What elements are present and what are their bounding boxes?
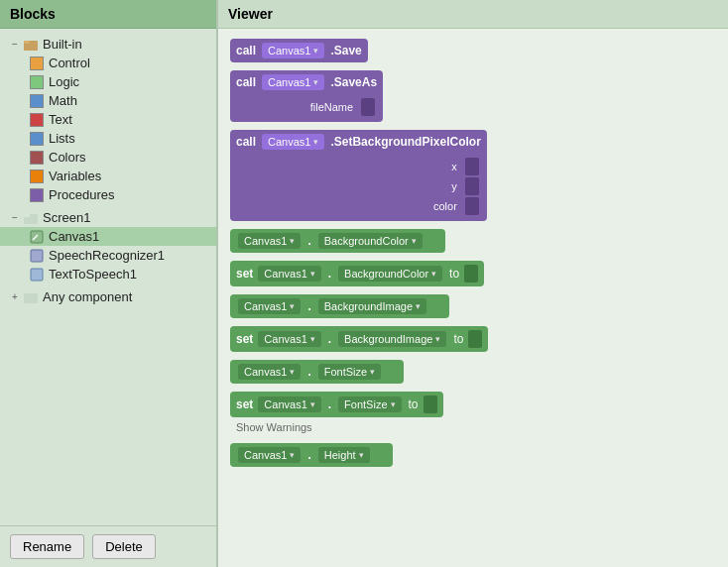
show-warnings-button[interactable]: Show Warnings xyxy=(232,419,316,435)
set-fontsize-block[interactable]: set Canvas1▾ . FontSize▾ to xyxy=(230,392,443,417)
block-call-save: call Canvas1▾ .Save xyxy=(230,39,716,62)
texttospeech1-label: TextToSpeech1 xyxy=(49,267,137,282)
svg-rect-1 xyxy=(24,41,30,44)
logic-label: Logic xyxy=(49,74,79,89)
bgimage-set-property-dropdown[interactable]: BackgroundImage▾ xyxy=(338,331,446,347)
any-component-toggle[interactable]: + Any component xyxy=(0,287,216,306)
canvas1-dropdown-setbgimage[interactable]: Canvas1▾ xyxy=(258,331,320,347)
call-label-save: call xyxy=(236,44,256,57)
screen1-toggle[interactable]: − Screen1 xyxy=(0,208,216,227)
canvas1-dropdown-save[interactable]: Canvas1▾ xyxy=(262,43,324,58)
control-color xyxy=(30,57,44,70)
folder-icon xyxy=(24,38,38,52)
viewer-panel: Viewer call Canvas1▾ .Save call Canvas1▾… xyxy=(218,0,728,567)
bgimage-to-slot xyxy=(468,330,482,348)
fontsize-property-dropdown[interactable]: FontSize▾ xyxy=(318,364,381,380)
dot-setfontsize: . xyxy=(328,397,331,411)
block-set-bgcolor: set Canvas1▾ . BackgroundColor▾ to xyxy=(230,261,716,286)
bgimage-property-dropdown[interactable]: BackgroundImage▾ xyxy=(318,298,426,314)
bgcolor-to-slot xyxy=(464,265,478,283)
call-label-setbgpixel: call xyxy=(236,135,256,149)
call-label-saveas: call xyxy=(236,75,256,89)
control-label: Control xyxy=(49,56,90,70)
prop-connector-getfontsize xyxy=(388,364,398,380)
x-param-label: x xyxy=(451,161,457,172)
height-property-dropdown[interactable]: Height▾ xyxy=(318,447,370,463)
any-component-folder-icon xyxy=(24,290,38,304)
fontsize-to-slot xyxy=(424,396,437,413)
sidebar-item-math[interactable]: Math xyxy=(0,91,216,110)
fontsize-set-property-dropdown[interactable]: FontSize▾ xyxy=(338,397,401,412)
text-label: Text xyxy=(49,112,72,127)
dot-getheight: . xyxy=(307,448,310,462)
any-component-section: + Any component xyxy=(0,285,216,308)
sidebar-item-procedures[interactable]: Procedures xyxy=(0,185,216,204)
call-save-block[interactable]: call Canvas1▾ .Save xyxy=(230,39,368,62)
block-set-fontsize: set Canvas1▾ . FontSize▾ to Show Warning… xyxy=(230,392,716,435)
built-in-section: − Built-in Control Logic Math Text xyxy=(0,33,216,206)
delete-button[interactable]: Delete xyxy=(92,534,156,559)
sidebar-item-text[interactable]: Text xyxy=(0,110,216,129)
y-param-label: y xyxy=(451,180,457,192)
call-setbgpixel-block[interactable]: call Canvas1▾ .SetBackgroundPixelColor x… xyxy=(230,130,487,221)
sidebar-item-texttospeech1[interactable]: TextToSpeech1 xyxy=(0,265,216,284)
call-saveas-block[interactable]: call Canvas1▾ .SaveAs fileName xyxy=(230,70,383,122)
blocks-footer: Rename Delete xyxy=(0,525,216,567)
block-get-bgcolor: Canvas1▾ . BackgroundColor▾ xyxy=(230,229,716,253)
block-get-height: Canvas1▾ . Height▾ xyxy=(230,443,716,467)
set-label-bgimage: set xyxy=(236,332,253,346)
set-label-bgcolor: set xyxy=(236,267,253,281)
x-slot xyxy=(465,158,479,175)
canvas1-dropdown-setfontsize[interactable]: Canvas1▾ xyxy=(258,397,320,412)
get-bgimage-block[interactable]: Canvas1▾ . BackgroundImage▾ xyxy=(230,294,449,318)
sidebar-item-speechrecognizer1[interactable]: SpeechRecognizer1 xyxy=(0,246,216,265)
canvas1-icon xyxy=(30,230,44,244)
set-bgimage-block[interactable]: set Canvas1▾ . BackgroundImage▾ to xyxy=(230,326,488,352)
prop-connector-getbgcolor xyxy=(429,233,439,249)
sidebar-item-control[interactable]: Control xyxy=(0,54,216,72)
get-fontsize-block[interactable]: Canvas1▾ . FontSize▾ xyxy=(230,360,404,384)
svg-rect-8 xyxy=(24,293,38,303)
canvas1-dropdown-setbgpixel[interactable]: Canvas1▾ xyxy=(262,134,324,150)
dot-setbgimage: . xyxy=(328,332,331,346)
built-in-collapse-icon: − xyxy=(8,38,22,52)
sidebar-item-variables[interactable]: Variables xyxy=(0,167,216,185)
canvas1-dropdown-getbgcolor[interactable]: Canvas1▾ xyxy=(238,233,301,249)
sidebar-item-colors[interactable]: Colors xyxy=(0,148,216,167)
text-color xyxy=(30,113,44,127)
canvas1-dropdown-setbgcolor[interactable]: Canvas1▾ xyxy=(258,266,320,282)
screen1-section: − Screen1 Canvas1 SpeechRecognizer1 Text… xyxy=(0,206,216,285)
dot-getfontsize: . xyxy=(307,365,310,379)
viewer-header: Viewer xyxy=(218,0,728,29)
lists-label: Lists xyxy=(49,131,75,146)
color-param-label: color xyxy=(433,200,457,212)
canvas1-dropdown-saveas[interactable]: Canvas1▾ xyxy=(262,74,324,90)
setbgpixel-method-label: .SetBackgroundPixelColor xyxy=(330,135,480,149)
built-in-toggle[interactable]: − Built-in xyxy=(0,35,216,54)
y-slot xyxy=(465,177,479,195)
lists-color xyxy=(30,132,44,146)
bgcolor-set-property-dropdown[interactable]: BackgroundColor▾ xyxy=(338,266,442,282)
variables-color xyxy=(30,170,44,183)
procedures-color xyxy=(30,188,44,202)
prop-connector-getheight xyxy=(377,447,387,463)
get-height-block[interactable]: Canvas1▾ . Height▾ xyxy=(230,443,393,467)
get-bgcolor-block[interactable]: Canvas1▾ . BackgroundColor▾ xyxy=(230,229,445,253)
block-get-bgimage: Canvas1▾ . BackgroundImage▾ xyxy=(230,294,716,318)
prop-connector-getbgimage xyxy=(433,298,443,314)
canvas1-dropdown-getheight[interactable]: Canvas1▾ xyxy=(238,447,301,463)
sidebar-item-logic[interactable]: Logic xyxy=(0,72,216,91)
blocks-header: Blocks xyxy=(0,0,216,29)
screen1-folder-icon xyxy=(24,211,38,225)
canvas1-label: Canvas1 xyxy=(49,229,99,244)
rename-button[interactable]: Rename xyxy=(10,534,84,559)
sidebar-item-lists[interactable]: Lists xyxy=(0,129,216,148)
math-color xyxy=(30,94,44,108)
sidebar-item-canvas1[interactable]: Canvas1 xyxy=(0,227,216,246)
canvas1-dropdown-getfontsize[interactable]: Canvas1▾ xyxy=(238,364,301,380)
screen1-collapse-icon: − xyxy=(8,211,22,225)
bgcolor-property-dropdown[interactable]: BackgroundColor▾ xyxy=(318,233,423,249)
canvas1-dropdown-getbgimage[interactable]: Canvas1▾ xyxy=(238,298,301,314)
set-bgcolor-block[interactable]: set Canvas1▾ . BackgroundColor▾ to xyxy=(230,261,484,286)
colors-label: Colors xyxy=(49,150,86,165)
